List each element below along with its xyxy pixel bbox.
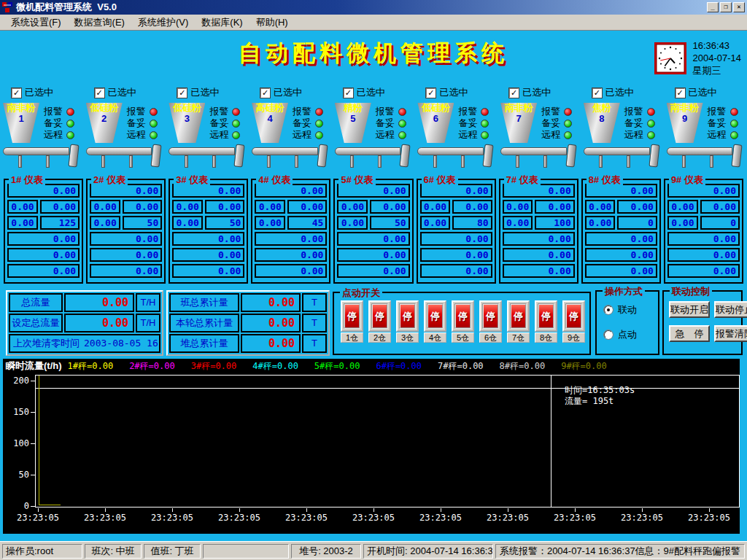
meter-value: 0.00 bbox=[337, 232, 409, 246]
meter-value: 0.00 bbox=[337, 264, 409, 278]
status-lamp-icon bbox=[66, 131, 74, 139]
linkage-start-button[interactable]: 联动开启 bbox=[669, 301, 710, 318]
indicator-row: 报警 bbox=[624, 106, 655, 117]
checkbox-checked-icon[interactable]: ✓ bbox=[344, 88, 353, 98]
menu-item-2[interactable]: 数据查询(E) bbox=[68, 15, 131, 31]
checkbox-checked-icon[interactable]: ✓ bbox=[12, 88, 21, 98]
jog-switch-button[interactable]: 停 bbox=[562, 300, 585, 332]
meter-row: 0.00 bbox=[90, 232, 162, 246]
jog-switch-button[interactable]: 停 bbox=[424, 300, 446, 332]
alarm-clear-button[interactable]: 报警清除 bbox=[714, 325, 747, 342]
x-tick-label: 23:23:05 bbox=[548, 513, 602, 523]
hopper-icon: 焦粉8 bbox=[584, 103, 620, 143]
jog-switch-button[interactable]: 停 bbox=[507, 300, 530, 332]
bin-7: ✓已选中南非粉7报警备妥远程 bbox=[498, 84, 581, 173]
emergency-stop-button[interactable]: 急 停 bbox=[669, 325, 710, 342]
x-tick-label: 23:23:05 bbox=[481, 513, 535, 523]
radio-icon[interactable] bbox=[604, 330, 613, 339]
series-spike-horizontal bbox=[39, 505, 61, 505]
meter-row: 0.00 bbox=[585, 232, 657, 246]
conveyor-blade bbox=[233, 144, 244, 167]
meter-row: 0.0050 bbox=[172, 216, 244, 230]
linkage-stop-button[interactable]: 联动停止 bbox=[714, 301, 747, 318]
meter-value: 0.00 bbox=[90, 264, 162, 278]
stop-rocker: 停 bbox=[510, 303, 527, 329]
checkbox-checked-icon[interactable]: ✓ bbox=[95, 88, 104, 98]
indicator-row: 远程 bbox=[209, 129, 240, 141]
meter-row: 0.0045 bbox=[255, 216, 327, 230]
conveyor-icon bbox=[499, 144, 576, 171]
meter-row: 0.00 bbox=[90, 264, 162, 278]
op-mode-option-2[interactable]: 点动 bbox=[604, 328, 658, 341]
conveyor-leg bbox=[627, 155, 630, 168]
bins-row: ✓已选中南非粉1报警备妥远程✓已选中低硅粉2报警备妥远程✓已选中低硅粉3报警备妥… bbox=[0, 84, 747, 173]
meter-setpoint-right: 0 bbox=[700, 216, 740, 230]
status-duty: 值班: 丁班 bbox=[144, 544, 201, 559]
checkbox-checked-icon[interactable]: ✓ bbox=[260, 88, 270, 98]
annotation-time: 时间=16:35:03s bbox=[565, 385, 635, 396]
totals-value: 0.00 bbox=[64, 293, 134, 312]
op-mode-option-1[interactable]: 联动 bbox=[604, 303, 658, 316]
jog-switch-label: 1仓 bbox=[341, 332, 363, 343]
checkbox-checked-icon[interactable]: ✓ bbox=[592, 88, 602, 98]
indicator-label: 远程 bbox=[458, 128, 477, 141]
title-bar[interactable]: 微机配料管理系统 V5.0 _ ❐ ✕ bbox=[0, 0, 747, 15]
alarm-lamp-icon bbox=[315, 108, 323, 116]
alarm-lamp-icon bbox=[481, 108, 489, 116]
jog-switch-button[interactable]: 停 bbox=[535, 300, 557, 332]
bin-number: 3 bbox=[169, 113, 205, 124]
checkbox-checked-icon[interactable]: ✓ bbox=[676, 88, 685, 98]
conveyor-leg bbox=[46, 155, 50, 168]
legend-entry-8: 8#秤=0.00 bbox=[500, 360, 546, 373]
stop-rocker: 停 bbox=[454, 303, 471, 329]
clock-weekday: 星期三 bbox=[693, 64, 742, 77]
chart-cursor-line[interactable] bbox=[551, 376, 551, 508]
meter-value-right: 0.00 bbox=[370, 200, 409, 214]
meter-setpoint-left: 0.00 bbox=[337, 216, 368, 230]
checkbox-checked-icon[interactable]: ✓ bbox=[426, 88, 436, 98]
jog-switch-1: 停1仓 bbox=[341, 300, 363, 343]
jog-switch-button[interactable]: 停 bbox=[452, 300, 474, 332]
meter-value-right: 0.00 bbox=[287, 200, 327, 214]
meter-value-left: 0.00 bbox=[7, 200, 38, 214]
menu-item-4[interactable]: 数据库(K) bbox=[195, 15, 249, 31]
menu-item-1[interactable]: 系统设置(F) bbox=[4, 15, 68, 31]
page-title: 自动配料微机管理系统 bbox=[0, 38, 747, 69]
indicator-label: 远程 bbox=[127, 128, 146, 141]
x-tick-label: 23:23:05 bbox=[212, 513, 266, 523]
indicator-row: 报警 bbox=[44, 106, 74, 117]
meter-value: 0.00 bbox=[420, 232, 492, 246]
alarm-lamp-icon bbox=[730, 108, 738, 116]
meter-row: 0.00 bbox=[7, 232, 80, 246]
meter-row: 0.00 bbox=[172, 248, 244, 262]
checkbox-checked-icon[interactable]: ✓ bbox=[509, 88, 519, 98]
meter-row: 0.00 bbox=[337, 248, 409, 262]
status-pile-number: 堆号: 2003-2 bbox=[291, 544, 361, 559]
y-tick bbox=[31, 381, 35, 381]
menu-item-3[interactable]: 系统维护(V) bbox=[131, 15, 195, 31]
x-tick bbox=[709, 508, 710, 512]
checkbox-checked-icon[interactable]: ✓ bbox=[177, 88, 187, 98]
bin-graphic-row: 高硅粉4报警备妥远程 bbox=[252, 102, 332, 144]
conveyor-leg bbox=[543, 155, 547, 168]
jog-switch-button[interactable]: 停 bbox=[341, 300, 363, 332]
restore-button[interactable]: ❐ bbox=[720, 2, 732, 12]
minimize-button[interactable]: _ bbox=[707, 2, 719, 12]
conveyor-leg bbox=[599, 155, 603, 168]
status-lamp-icon bbox=[66, 120, 74, 128]
indicator-row: 备妥 bbox=[458, 117, 489, 129]
conveyor-leg bbox=[516, 155, 519, 168]
radio-icon[interactable] bbox=[604, 306, 613, 314]
menu-item-5[interactable]: 帮助(H) bbox=[249, 15, 295, 31]
totals-label: 本轮总累计量 bbox=[169, 314, 239, 332]
op-mode-label: 联动 bbox=[618, 303, 637, 316]
close-button[interactable]: ✕ bbox=[733, 2, 745, 12]
meter-row: 0.00100 bbox=[503, 216, 575, 230]
bin-selected-row: ✓已选中 bbox=[344, 86, 415, 99]
meter-row: 0.00 bbox=[172, 264, 244, 278]
jog-switch-label: 8仓 bbox=[535, 332, 557, 343]
analog-clock-icon bbox=[654, 42, 687, 75]
jog-switch-button[interactable]: 停 bbox=[479, 300, 502, 332]
jog-switch-button[interactable]: 停 bbox=[396, 300, 419, 332]
jog-switch-button[interactable]: 停 bbox=[368, 300, 391, 332]
